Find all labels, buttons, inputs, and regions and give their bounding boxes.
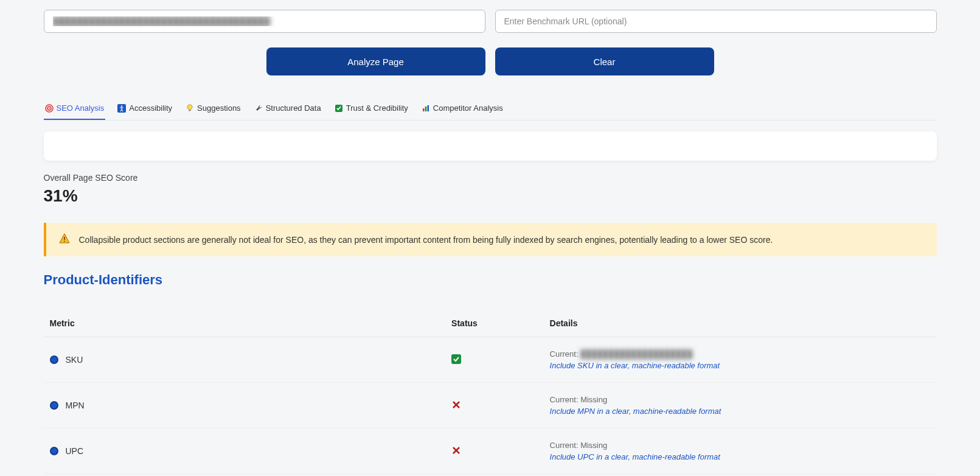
check-icon — [451, 354, 461, 364]
table-row: BrandCurrent: MissingInclude Brand in a … — [44, 474, 937, 477]
details-current: Current: Missing — [550, 395, 931, 404]
details-suggestion: Include MPN in a clear, machine-readable… — [550, 407, 931, 416]
table-row: UPCCurrent: MissingInclude UPC in a clea… — [44, 429, 937, 474]
svg-rect-5 — [189, 110, 191, 111]
score-label: Overall Page SEO Score — [44, 173, 937, 183]
bar-chart-icon — [422, 104, 430, 113]
tab-seo-analysis[interactable]: SEO Analysis — [44, 100, 106, 120]
tab-label: Structured Data — [266, 103, 321, 113]
svg-rect-11 — [64, 241, 65, 242]
target-icon — [45, 104, 54, 113]
empty-card — [44, 131, 937, 161]
table-row: SKUCurrent: ████████████████████Include … — [44, 337, 937, 383]
svg-rect-12 — [451, 354, 461, 364]
bullet-icon — [50, 401, 58, 410]
header-details: Details — [544, 310, 937, 337]
svg-point-2 — [49, 108, 50, 109]
url-input[interactable] — [44, 10, 485, 33]
header-status: Status — [445, 310, 543, 337]
benchmark-input[interactable] — [495, 10, 937, 33]
tab-label: SEO Analysis — [57, 103, 105, 113]
metric-name: UPC — [66, 446, 84, 456]
details-current: Current: ████████████████████ — [550, 349, 931, 359]
tab-label: Trust & Credibility — [346, 103, 408, 113]
details-suggestion: Include SKU in a clear, machine-readable… — [550, 361, 931, 370]
svg-rect-9 — [427, 105, 429, 111]
seo-alert: Collapsible product sections are general… — [44, 223, 937, 256]
tabs: SEO Analysis Accessibility Suggestions S… — [44, 100, 937, 121]
clear-button[interactable]: Clear — [495, 47, 714, 75]
tab-label: Accessibility — [129, 103, 172, 113]
analyze-button[interactable]: Analyze Page — [266, 47, 485, 75]
input-row — [44, 10, 937, 33]
svg-rect-8 — [425, 107, 427, 111]
warning-icon — [58, 233, 71, 247]
bullet-icon — [50, 447, 58, 455]
bullet-icon — [50, 355, 58, 364]
tab-label: Suggestions — [197, 103, 241, 113]
section-title: Product-Identifiers — [44, 272, 937, 288]
alert-text: Collapsible product sections are general… — [79, 235, 773, 245]
tab-structured-data[interactable]: Structured Data — [253, 100, 322, 120]
tab-label: Competitor Analysis — [433, 103, 503, 113]
check-badge-icon — [335, 104, 343, 113]
header-metric: Metric — [44, 310, 446, 337]
wrench-icon — [254, 104, 263, 113]
cross-icon — [451, 400, 461, 410]
table-row: MPNCurrent: MissingInclude MPN in a clea… — [44, 383, 937, 429]
tab-accessibility[interactable]: Accessibility — [116, 100, 173, 120]
score-value: 31% — [44, 186, 937, 206]
cross-icon — [451, 446, 461, 455]
svg-rect-7 — [423, 108, 425, 111]
svg-point-4 — [121, 105, 122, 107]
lightbulb-icon — [186, 104, 194, 113]
metric-name: SKU — [66, 355, 83, 365]
svg-rect-10 — [64, 237, 65, 240]
tab-trust-credibility[interactable]: Trust & Credibility — [333, 100, 409, 120]
details-suggestion: Include UPC in a clear, machine-readable… — [550, 452, 931, 461]
button-row: Analyze Page Clear — [44, 47, 937, 75]
tab-suggestions[interactable]: Suggestions — [184, 100, 242, 120]
tab-competitor-analysis[interactable]: Competitor Analysis — [420, 100, 504, 120]
metric-name: MPN — [66, 401, 85, 410]
details-current: Current: Missing — [550, 441, 931, 450]
accessibility-icon — [117, 104, 126, 113]
metrics-table: Metric Status Details SKUCurrent: ██████… — [44, 310, 937, 476]
